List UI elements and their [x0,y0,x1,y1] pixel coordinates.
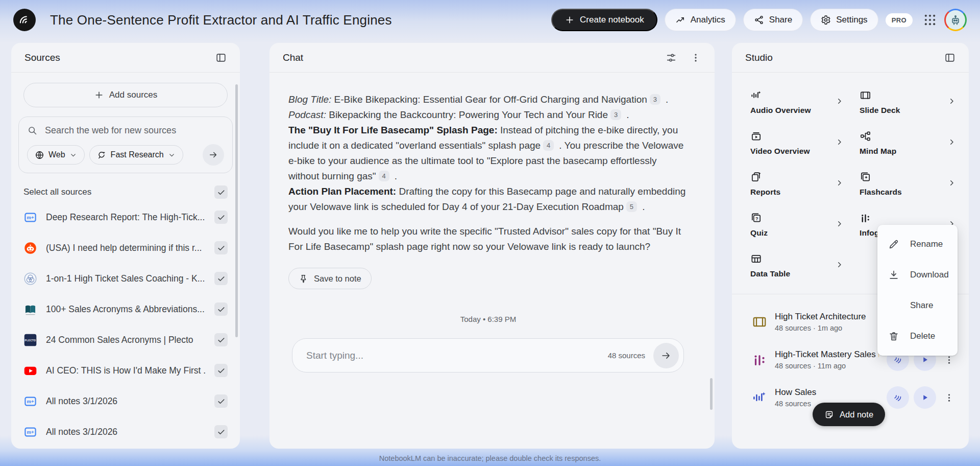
chevron-right-icon[interactable] [835,97,844,107]
share-button[interactable]: Share [743,9,803,31]
text-segment: Podcast: [288,109,326,120]
web-filter-chip[interactable]: Web [27,145,85,165]
web-search-input[interactable] [45,125,224,136]
source-list-item[interactable]: AI CEO: THIS is How I'd Make My First ..… [11,355,240,386]
note-kebab-menu-icon[interactable] [944,392,954,403]
svg-text:m+: m+ [27,215,34,220]
account-avatar[interactable] [944,9,967,31]
note-kebab-menu-icon[interactable] [944,355,954,365]
tune-settings-icon[interactable] [666,52,677,63]
source-checkbox[interactable] [214,425,228,438]
studio-tile[interactable]: Data Table [743,247,848,284]
plus-icon [565,15,575,25]
share-icon [754,15,764,25]
source-checkbox[interactable] [214,272,228,285]
chat-input[interactable] [306,350,608,361]
wave-hand-icon [892,392,903,403]
studio-tile[interactable]: Audio Overview [743,84,848,120]
studio-tile[interactable]: Reports [743,166,848,202]
menu-item-label: Rename [910,239,943,249]
studio-tile-icon [750,130,762,142]
context-menu-item[interactable]: Share [877,290,958,321]
chevron-down-icon [69,151,77,159]
chevron-right-icon[interactable] [947,97,956,107]
source-list-item[interactable]: PLECTO 24 Common Sales Acronyms | Plecto [11,324,240,355]
collapse-panel-icon[interactable] [215,52,227,63]
citation-chip[interactable]: 4 [379,171,389,181]
context-menu-item[interactable]: Download [877,260,958,290]
analytics-button[interactable]: Analytics [665,9,736,31]
source-title: Deep Research Report: The High-Tick... [46,212,206,223]
add-note-button[interactable]: Add note [813,403,885,426]
search-submit-button[interactable] [203,144,224,166]
text-segment: . [392,171,398,181]
source-list-item[interactable]: 1-on-1 High Ticket Sales Coaching - K... [11,263,240,294]
source-title: (USA) I need help determining if this r.… [46,243,206,253]
add-sources-label: Add sources [109,90,158,100]
save-to-note-button[interactable]: Save to note [288,268,372,289]
studio-tile[interactable]: Slide Deck [852,84,961,120]
notebooklm-logo[interactable] [13,9,36,31]
source-list-item[interactable]: (USA) I need help determining if this r.… [11,232,240,263]
source-checkbox[interactable] [214,364,228,377]
source-checkbox[interactable] [214,211,228,224]
chevron-right-icon[interactable] [835,137,844,148]
create-notebook-button[interactable]: Create notebook [551,9,657,31]
source-type-icon: m+ [23,425,37,439]
chevron-right-icon[interactable] [835,219,844,230]
sources-scrollbar-thumb[interactable] [235,84,238,337]
source-title: All notes 3/1/2026 [46,427,206,437]
studio-tile[interactable]: Video Overview [743,125,848,161]
source-list-item[interactable]: m+ Deep Research Report: The High-Tick..… [11,202,240,232]
source-checkbox[interactable] [214,394,228,408]
context-menu-item[interactable]: Delete [877,321,958,352]
bullet-text: The "Buy It For Life Basecamp" Splash Pa… [288,125,683,181]
source-checkbox[interactable] [214,241,228,254]
apps-grid-icon[interactable] [923,13,937,27]
context-menu-item[interactable]: Rename [877,229,958,260]
source-list-item[interactable]: m+ All notes 3/1/2026 [11,416,240,447]
source-checkbox[interactable] [214,333,228,346]
chevron-right-icon[interactable] [947,137,956,148]
source-list-item[interactable]: 100+ Sales Acronyms & Abbreviations... [11,294,240,324]
menu-item-icon [888,331,899,342]
studio-tile[interactable]: Mind Map [852,125,961,161]
studio-tile[interactable]: ? Quiz [743,206,848,243]
collapse-panel-icon[interactable] [944,52,955,63]
bullet-text: Action Plan Placement: Drafting the copy… [288,186,685,212]
citation-chip[interactable]: 3 [610,109,621,120]
send-message-button[interactable] [653,343,679,368]
chat-panel-title: Chat [283,52,303,63]
menu-item-label: Download [910,270,949,280]
chevron-right-icon[interactable] [947,178,956,189]
studio-tile[interactable]: Flashcards [852,166,961,202]
note-title: High-Ticket Mastery Sales Blueprint [775,350,879,360]
globe-icon [35,150,44,160]
chat-bullet: Podcast: Bikepacking the Backcountry: Po… [288,107,688,123]
source-title: 100+ Sales Acronyms & Abbreviations... [46,304,206,315]
select-all-checkbox[interactable] [214,185,228,199]
chat-scrollbar-thumb[interactable] [710,378,713,410]
source-checkbox[interactable] [214,302,228,316]
chevron-right-icon[interactable] [835,260,844,271]
interactive-mode-button[interactable] [887,386,909,409]
research-mode-chip[interactable]: Fast Research [89,145,183,165]
citation-chip[interactable]: 3 [650,94,660,105]
settings-button[interactable]: Settings [810,9,878,31]
conversation-timestamp: Today • 6:39 PM [288,312,688,327]
citation-chip[interactable]: 4 [543,140,554,151]
response-actions-row: Save to note [288,268,688,289]
pro-badge: PRO [886,13,913,27]
citation-chip[interactable]: 5 [626,201,637,212]
plus-icon [94,90,104,100]
play-audio-button[interactable] [914,386,936,409]
chat-bullet: Action Plan Placement: Drafting the copy… [288,184,688,215]
chevron-right-icon[interactable] [835,178,844,189]
text-segment: The "Buy It For Life Basecamp" Splash Pa… [288,125,498,135]
add-sources-button[interactable]: Add sources [23,83,228,107]
kebab-menu-icon[interactable] [690,52,701,63]
studio-tile-label: Slide Deck [860,106,900,115]
bullet-text: Blog Title: E-Bike Bikepacking: Essentia… [288,94,668,105]
source-list-item[interactable]: m+ All notes 3/1/2026 [11,386,240,416]
select-all-row: Select all sources [11,173,240,199]
